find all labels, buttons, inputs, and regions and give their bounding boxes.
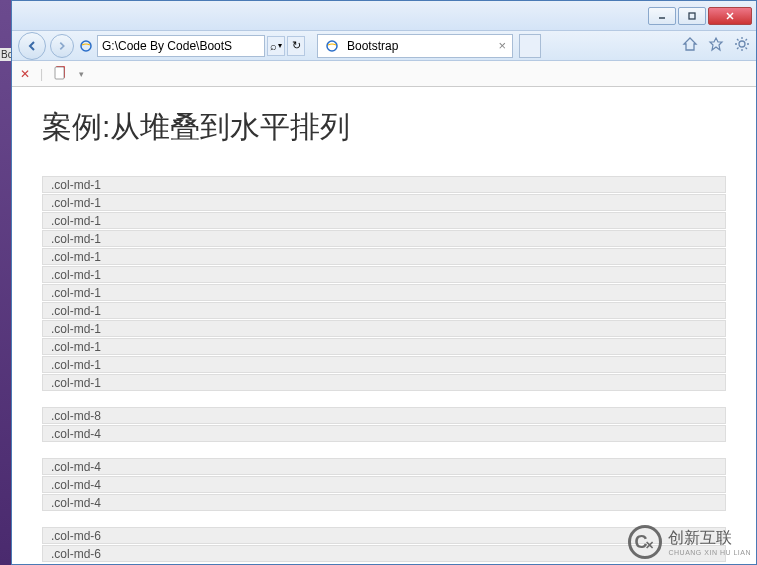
toolbar-right-icons xyxy=(682,36,750,55)
pdf-convert-icon[interactable] xyxy=(53,64,69,83)
grid-cell: .col-md-1 xyxy=(42,230,726,247)
svg-point-5 xyxy=(327,41,337,51)
grid-cell: .col-md-1 xyxy=(42,266,726,283)
ie-page-icon xyxy=(78,38,94,54)
watermark: C✕ 创新互联 CHUANG XIN HU LIAN xyxy=(628,525,751,559)
toolbar-close-icon[interactable]: ✕ xyxy=(20,67,30,81)
forward-button[interactable] xyxy=(50,34,74,58)
home-icon[interactable] xyxy=(682,36,698,55)
grid-cell: .col-md-1 xyxy=(42,284,726,301)
window-titlebar xyxy=(12,1,756,31)
svg-rect-1 xyxy=(689,13,695,19)
back-button[interactable] xyxy=(18,32,46,60)
refresh-button[interactable]: ↻ xyxy=(287,36,305,56)
grid-cell: .col-md-1 xyxy=(42,212,726,229)
grid-demo: .col-md-1.col-md-1.col-md-1.col-md-1.col… xyxy=(42,176,726,562)
grid-row: .col-md-6.col-md-6 xyxy=(42,527,726,562)
minimize-button[interactable] xyxy=(648,7,676,25)
favorites-icon[interactable] xyxy=(708,36,724,55)
grid-row: .col-md-4.col-md-4.col-md-4 xyxy=(42,458,726,511)
ie-tab-icon xyxy=(324,38,340,54)
grid-cell: .col-md-4 xyxy=(42,458,726,475)
svg-point-6 xyxy=(739,41,745,47)
watermark-logo: C✕ xyxy=(628,525,662,559)
grid-cell: .col-md-8 xyxy=(42,407,726,424)
grid-cell: .col-md-1 xyxy=(42,248,726,265)
svg-rect-8 xyxy=(55,67,64,79)
address-group: G:\Code By Code\BootS ⌕▾ ↻ xyxy=(78,35,305,57)
close-button[interactable] xyxy=(708,7,752,25)
grid-cell: .col-md-1 xyxy=(42,320,726,337)
secondary-toolbar: ✕ | ▾ xyxy=(12,61,756,87)
dropdown-icon[interactable]: ▾ xyxy=(79,69,84,79)
maximize-button[interactable] xyxy=(678,7,706,25)
search-icon: ⌕ xyxy=(270,40,277,52)
ie-window: G:\Code By Code\BootS ⌕▾ ↻ Bootstrap × ✕… xyxy=(11,0,757,565)
grid-cell: .col-md-4 xyxy=(42,476,726,493)
tab-close-button[interactable]: × xyxy=(498,38,506,53)
grid-cell: .col-md-6 xyxy=(42,545,726,562)
tab-title: Bootstrap xyxy=(347,39,398,53)
grid-cell: .col-md-4 xyxy=(42,494,726,511)
watermark-text: 创新互联 xyxy=(668,528,751,549)
grid-cell: .col-md-1 xyxy=(42,194,726,211)
address-bar[interactable]: G:\Code By Code\BootS xyxy=(97,35,265,57)
browser-tab[interactable]: Bootstrap × xyxy=(317,34,513,58)
svg-point-4 xyxy=(81,41,91,51)
new-tab-button[interactable] xyxy=(519,34,541,58)
separator: | xyxy=(40,67,43,81)
external-left-strip: Bo xyxy=(0,0,11,565)
grid-cell: .col-md-1 xyxy=(42,176,726,193)
grid-cell: .col-md-1 xyxy=(42,374,726,391)
gear-icon[interactable] xyxy=(734,36,750,55)
grid-cell: .col-md-1 xyxy=(42,302,726,319)
search-button[interactable]: ⌕▾ xyxy=(267,36,285,56)
grid-cell: .col-md-6 xyxy=(42,527,726,544)
page-content: 案例:从堆叠到水平排列 .col-md-1.col-md-1.col-md-1.… xyxy=(12,87,756,564)
grid-cell: .col-md-1 xyxy=(42,338,726,355)
grid-cell: .col-md-4 xyxy=(42,425,726,442)
grid-row: .col-md-1.col-md-1.col-md-1.col-md-1.col… xyxy=(42,176,726,391)
watermark-subtext: CHUANG XIN HU LIAN xyxy=(668,549,751,556)
nav-bar: G:\Code By Code\BootS ⌕▾ ↻ Bootstrap × xyxy=(12,31,756,61)
page-title: 案例:从堆叠到水平排列 xyxy=(42,107,726,148)
grid-row: .col-md-8.col-md-4 xyxy=(42,407,726,442)
grid-cell: .col-md-1 xyxy=(42,356,726,373)
